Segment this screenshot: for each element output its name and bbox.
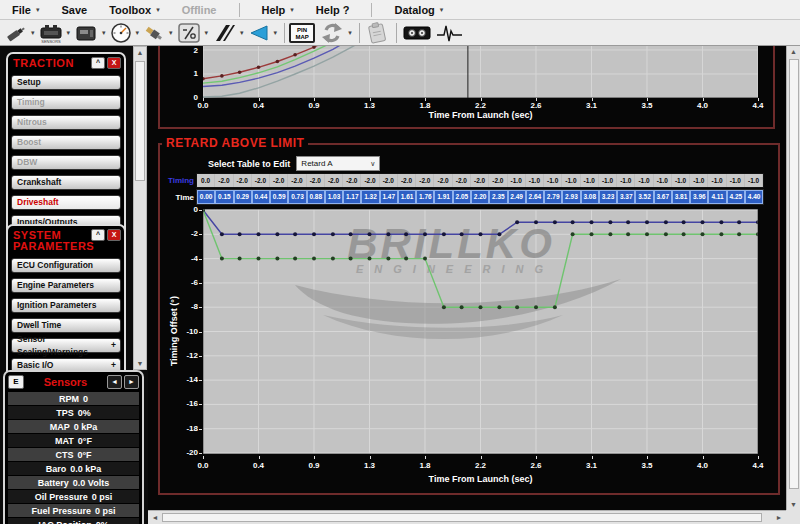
menu-item-file[interactable]: File▾ bbox=[12, 4, 39, 16]
timing-cell[interactable]: -2.0 bbox=[471, 174, 489, 187]
menu-item-save[interactable]: Save bbox=[61, 4, 87, 16]
time-cell[interactable]: 2.05 bbox=[453, 190, 471, 204]
sidebar-item-timing[interactable]: Timing bbox=[11, 95, 121, 110]
timing-cell[interactable]: -2.0 bbox=[453, 174, 471, 187]
chevron-down-icon[interactable]: ▾ bbox=[169, 29, 173, 37]
collapse-button[interactable]: ^ bbox=[91, 229, 105, 241]
sidebar-item-ignition-parameters[interactable]: Ignition Parameters bbox=[11, 298, 121, 313]
timing-cell[interactable]: -2.0 bbox=[380, 174, 398, 187]
chevron-down-icon[interactable]: ▾ bbox=[274, 29, 278, 37]
scroll-down-icon[interactable]: ▼ bbox=[787, 501, 800, 508]
stripes-icon[interactable] bbox=[211, 22, 237, 44]
time-cell[interactable]: 4.40 bbox=[745, 190, 763, 204]
timing-cell[interactable]: -1.0 bbox=[562, 174, 580, 187]
timing-cell[interactable]: -1.0 bbox=[745, 174, 763, 187]
sidebar-item-dwell-time[interactable]: Dwell Time bbox=[11, 318, 121, 333]
timing-cell[interactable]: -1.0 bbox=[727, 174, 745, 187]
timing-cell[interactable]: -1.0 bbox=[708, 174, 726, 187]
time-cell[interactable]: 2.93 bbox=[562, 190, 580, 204]
time-cell[interactable]: 2.49 bbox=[508, 190, 526, 204]
time-cell[interactable]: 1.47 bbox=[380, 190, 398, 204]
timing-cell[interactable]: -2.0 bbox=[361, 174, 379, 187]
scrollbar-thumb[interactable] bbox=[135, 61, 145, 181]
sidebar-item-setup[interactable]: Setup bbox=[11, 75, 121, 90]
time-cell[interactable]: 1.76 bbox=[416, 190, 434, 204]
chevron-down-icon[interactable]: ▾ bbox=[102, 29, 106, 37]
sensors-connector-icon[interactable]: SENSORS bbox=[38, 22, 64, 44]
clipboard-icon[interactable] bbox=[364, 21, 390, 45]
time-cell[interactable]: 2.35 bbox=[489, 190, 507, 204]
timing-cell[interactable]: -1.0 bbox=[635, 174, 653, 187]
time-cell[interactable]: 4.25 bbox=[727, 190, 745, 204]
prev-page-button[interactable]: ◄ bbox=[107, 375, 122, 389]
sidebar-item-crankshaft[interactable]: Crankshaft bbox=[11, 175, 121, 190]
sidebar-scrollbar[interactable]: ▲ ▼ bbox=[133, 46, 147, 370]
chevron-down-icon[interactable]: ▾ bbox=[136, 29, 140, 37]
module-icon[interactable] bbox=[73, 22, 99, 44]
timing-cell[interactable]: -1.0 bbox=[654, 174, 672, 187]
timing-cell[interactable]: -2.0 bbox=[416, 174, 434, 187]
timing-cell[interactable]: -2.0 bbox=[307, 174, 325, 187]
waveform-icon[interactable] bbox=[435, 21, 465, 45]
time-cell[interactable]: 3.67 bbox=[654, 190, 672, 204]
close-button[interactable]: X bbox=[107, 57, 121, 69]
time-cell[interactable]: 0.73 bbox=[288, 190, 306, 204]
time-cell[interactable]: 1.17 bbox=[343, 190, 361, 204]
time-cell[interactable]: 3.37 bbox=[617, 190, 635, 204]
io-icon[interactable] bbox=[176, 22, 202, 44]
time-cell[interactable]: 1.91 bbox=[434, 190, 452, 204]
launch-chart-plot[interactable] bbox=[203, 46, 758, 98]
sidebar-item-engine-parameters[interactable]: Engine Parameters bbox=[11, 278, 121, 293]
scroll-up-icon[interactable]: ▲ bbox=[134, 49, 146, 56]
collapse-button[interactable]: ^ bbox=[91, 57, 105, 69]
time-cell[interactable]: 2.64 bbox=[526, 190, 544, 204]
time-cell[interactable]: 3.81 bbox=[672, 190, 690, 204]
scrollbar-thumb[interactable] bbox=[789, 59, 799, 489]
time-cell[interactable]: 0.44 bbox=[252, 190, 270, 204]
timing-cell[interactable]: -2.0 bbox=[398, 174, 416, 187]
scroll-right-icon[interactable]: ► bbox=[774, 514, 784, 521]
timing-cell[interactable]: -1.0 bbox=[617, 174, 635, 187]
close-button[interactable]: X bbox=[107, 229, 121, 241]
tape-icon[interactable] bbox=[401, 22, 433, 44]
time-cell[interactable]: 0.59 bbox=[270, 190, 288, 204]
timing-cell[interactable]: 0.0 bbox=[197, 174, 215, 187]
scroll-down-icon[interactable]: ▼ bbox=[134, 360, 146, 367]
sidebar-item-nitrous[interactable]: Nitrous bbox=[11, 115, 121, 130]
sidebar-item-ecu-configuration[interactable]: ECU Configuration bbox=[11, 258, 121, 273]
timing-cell[interactable]: -2.0 bbox=[434, 174, 452, 187]
menu-item-datalog[interactable]: Datalog▾ bbox=[394, 4, 443, 16]
time-cell[interactable]: 3.52 bbox=[635, 190, 653, 204]
sidebar-item-driveshaft[interactable]: Driveshaft bbox=[11, 195, 121, 210]
injector-icon[interactable] bbox=[4, 22, 28, 44]
timing-cell[interactable]: -1.0 bbox=[599, 174, 617, 187]
timing-cell[interactable]: -2.0 bbox=[288, 174, 306, 187]
horizontal-scrollbar[interactable]: ◄ ► bbox=[148, 510, 786, 524]
edit-button[interactable]: E bbox=[8, 375, 24, 389]
timing-cell[interactable]: -2.0 bbox=[343, 174, 361, 187]
time-cell[interactable]: 0.00 bbox=[197, 190, 215, 204]
time-cell[interactable]: 3.23 bbox=[599, 190, 617, 204]
next-page-button[interactable]: ► bbox=[124, 375, 139, 389]
time-cell[interactable]: 1.32 bbox=[361, 190, 379, 204]
table-select[interactable]: Retard A ∨ bbox=[296, 156, 380, 171]
retard-chart-plot[interactable]: BRILLKO ENGINEERING bbox=[203, 209, 758, 454]
timing-cell[interactable]: -1.0 bbox=[508, 174, 526, 187]
timing-cell[interactable]: -1.0 bbox=[544, 174, 562, 187]
timing-cell[interactable]: -1.0 bbox=[672, 174, 690, 187]
timing-cell[interactable]: -2.0 bbox=[215, 174, 233, 187]
time-cell[interactable]: 3.96 bbox=[690, 190, 708, 204]
time-cell[interactable]: 0.88 bbox=[307, 190, 325, 204]
timing-cell[interactable]: -2.0 bbox=[234, 174, 252, 187]
pin-map-button[interactable]: PIN MAP bbox=[289, 23, 315, 43]
timing-cell[interactable]: -2.0 bbox=[325, 174, 343, 187]
timing-cell[interactable]: -2.0 bbox=[489, 174, 507, 187]
time-cell[interactable]: 0.15 bbox=[215, 190, 233, 204]
time-cell[interactable]: 2.79 bbox=[544, 190, 562, 204]
chevron-down-icon[interactable]: ▾ bbox=[348, 29, 352, 37]
menu-item-help[interactable]: Help ? bbox=[316, 4, 350, 16]
timing-cell[interactable]: -2.0 bbox=[270, 174, 288, 187]
chevron-down-icon[interactable]: ▾ bbox=[240, 29, 244, 37]
menu-item-offline[interactable]: Offline bbox=[182, 4, 217, 16]
scroll-up-icon[interactable]: ▲ bbox=[787, 48, 800, 55]
